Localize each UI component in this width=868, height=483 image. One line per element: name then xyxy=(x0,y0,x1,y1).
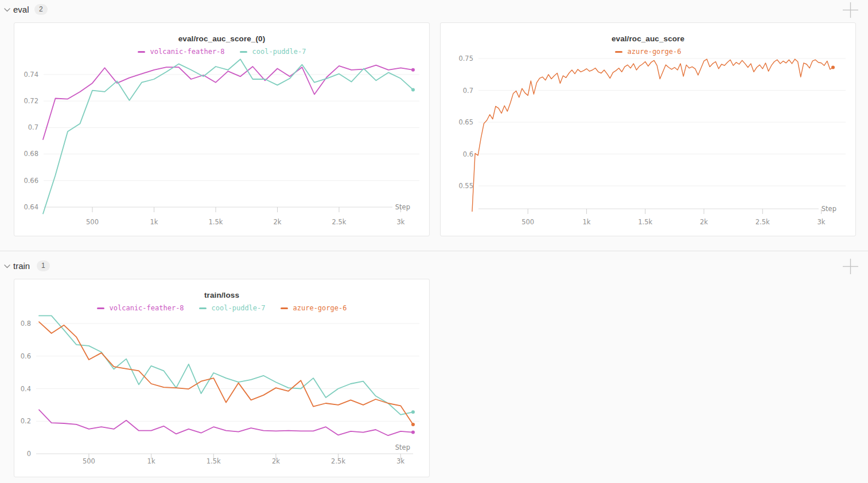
section-title-train[interactable]: train xyxy=(13,261,30,271)
x-tick-label: 500 xyxy=(86,218,99,226)
panel-count-badge: 2 xyxy=(34,4,48,15)
y-tick-label: 0.55 xyxy=(458,182,473,190)
y-tick-label: 0.66 xyxy=(24,177,38,185)
x-tick-label: 2k xyxy=(272,457,280,465)
x-tick-label: 3k xyxy=(396,457,404,465)
y-tick-label: 0.6 xyxy=(463,150,473,158)
section-header-eval: eval 2 xyxy=(0,1,868,18)
chart-plot[interactable]: 0.640.660.680.70.720.745001k1.5k2k2.5k3k… xyxy=(14,23,430,237)
y-tick-label: 0.64 xyxy=(24,203,38,211)
chart-panel-eval-roc-auc-score-0: eval/roc_auc_score_(0) volcanic-feather-… xyxy=(14,22,430,236)
y-tick-label: 0.7 xyxy=(28,123,38,131)
series-line-azure-gorge-6 xyxy=(39,322,413,424)
x-axis-label: Step xyxy=(395,443,410,451)
x-tick-label: 3k xyxy=(397,218,405,226)
y-tick-label: 0.75 xyxy=(458,54,473,63)
x-tick-label: 3k xyxy=(818,218,826,226)
series-end-dot-cool-puddle-7 xyxy=(411,410,415,414)
x-tick-label: 500 xyxy=(83,457,95,465)
panel-count-badge: 1 xyxy=(37,260,50,271)
chart-plot[interactable]: 0.550.60.650.70.755001k1.5k2k2.5k3kStep xyxy=(441,23,857,237)
y-tick-label: 0.72 xyxy=(24,97,38,105)
y-tick-label: 0.68 xyxy=(24,150,38,158)
x-tick-label: 2k xyxy=(700,218,708,226)
add-panel-button[interactable] xyxy=(842,258,859,275)
y-tick-label: 0.4 xyxy=(21,385,31,393)
series-end-dot-volcanic-feather-8 xyxy=(411,68,415,72)
x-tick-label: 2.5k xyxy=(756,218,770,226)
x-tick-label: 2.5k xyxy=(332,218,347,226)
y-tick-label: 0.7 xyxy=(463,87,473,95)
y-tick-label: 0 xyxy=(27,450,31,458)
y-tick-label: 0.74 xyxy=(24,71,38,79)
series-end-dot-azure-gorge-6 xyxy=(411,423,415,426)
series-line-volcanic-feather-8 xyxy=(43,65,413,139)
plus-icon xyxy=(842,2,859,18)
chart-panel-eval-roc-auc-score: eval/roc_auc_score azure-gorge-6 0.550.6… xyxy=(440,22,856,236)
x-tick-label: 500 xyxy=(521,218,534,226)
series-line-volcanic-feather-8 xyxy=(39,410,413,435)
series-end-dot-azure-gorge-6 xyxy=(831,66,835,69)
series-line-cool-puddle-7 xyxy=(39,315,413,415)
section-header-train: train 1 xyxy=(0,258,868,275)
plus-icon xyxy=(842,258,859,275)
workspace: eval 2 eval/roc_auc_score_(0) volcanic-f… xyxy=(0,0,868,483)
x-tick-label: 1k xyxy=(147,457,155,465)
y-tick-label: 0.65 xyxy=(458,118,473,126)
chart-plot[interactable]: 00.20.40.60.85001k1.5k2k2.5k3kStep xyxy=(14,279,430,478)
x-tick-label: 2.5k xyxy=(331,457,345,465)
y-tick-label: 0.2 xyxy=(21,417,31,425)
section-divider xyxy=(0,251,868,251)
series-line-azure-gorge-6 xyxy=(472,59,833,211)
series-line-cool-puddle-7 xyxy=(43,59,413,213)
y-tick-label: 0.8 xyxy=(21,320,31,328)
x-tick-label: 1.5k xyxy=(209,218,223,226)
series-end-dot-volcanic-feather-8 xyxy=(411,431,415,434)
chevron-down-icon[interactable] xyxy=(3,6,10,13)
x-axis-label: Step xyxy=(822,205,836,213)
x-tick-label: 1.5k xyxy=(207,457,221,465)
x-tick-label: 1k xyxy=(150,218,158,226)
chart-panel-train-loss: train/loss volcanic-feather-8cool-puddle… xyxy=(14,279,430,477)
chevron-down-icon[interactable] xyxy=(3,263,10,270)
section-title-eval[interactable]: eval xyxy=(13,5,29,14)
x-tick-label: 1k xyxy=(582,218,590,226)
y-tick-label: 0.6 xyxy=(21,352,31,360)
series-end-dot-cool-puddle-7 xyxy=(411,88,415,91)
x-tick-label: 2k xyxy=(274,218,282,226)
x-tick-label: 1.5k xyxy=(638,218,652,226)
x-axis-label: Step xyxy=(395,203,410,211)
add-panel-button[interactable] xyxy=(842,1,859,18)
